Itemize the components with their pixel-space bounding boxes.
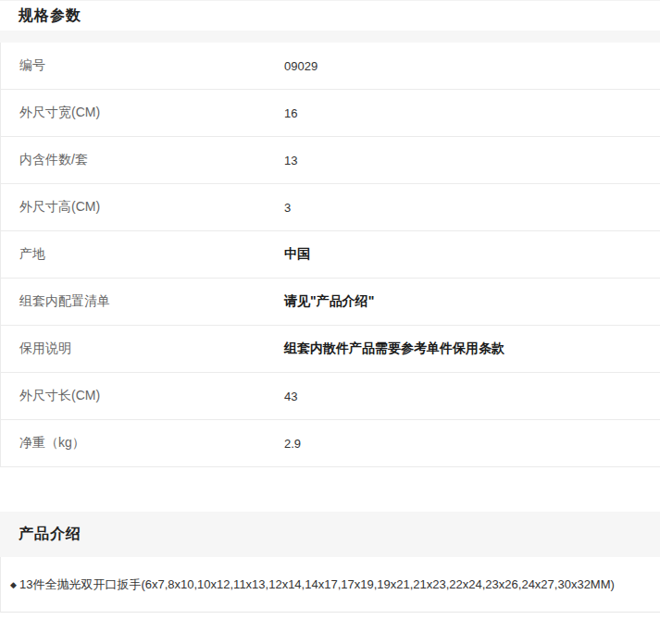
spec-row: 组套内配置清单请见"产品介绍" bbox=[1, 279, 660, 326]
spec-row-label: 产地 bbox=[19, 246, 45, 263]
spec-row-value: 43 bbox=[284, 390, 297, 403]
intro-section: 产品介绍 ◆13件全抛光双开口扳手(6x7,8x10,10x12,11x13,1… bbox=[0, 512, 660, 613]
spec-row-value: 组套内散件产品需要参考单件保用条款 bbox=[284, 341, 504, 357]
spec-row-label: 外尺寸高(CM) bbox=[19, 199, 100, 216]
spec-row-value: 请见"产品介绍" bbox=[284, 293, 374, 310]
spec-row-label: 保用说明 bbox=[19, 341, 71, 357]
spec-row-label: 外尺寸长(CM) bbox=[19, 388, 100, 404]
spec-row: 外尺寸长(CM)43 bbox=[1, 373, 660, 420]
spec-row-value: 16 bbox=[284, 106, 297, 120]
intro-description: 13件全抛光双开口扳手(6x7,8x10,10x12,11x13,12x14,1… bbox=[19, 577, 615, 591]
spec-row: 产地中国 bbox=[1, 231, 660, 279]
spec-row: 编号09029 bbox=[1, 43, 660, 90]
spec-row-value: 3 bbox=[284, 201, 291, 215]
intro-section-header: 产品介绍 bbox=[0, 512, 660, 557]
spec-row: 外尺寸高(CM)3 bbox=[1, 184, 660, 231]
spec-row-value: 2.9 bbox=[284, 437, 301, 451]
spec-row-value: 13 bbox=[284, 154, 297, 167]
spec-row-label: 外尺寸宽(CM) bbox=[19, 105, 100, 121]
spec-section-title: 规格参数 bbox=[19, 6, 81, 26]
spec-row: 内含件数/套13 bbox=[1, 137, 660, 184]
spec-row-label: 净重（kg） bbox=[19, 435, 85, 452]
spec-row: 净重（kg）2.9 bbox=[1, 420, 660, 467]
intro-body: ◆13件全抛光双开口扳手(6x7,8x10,10x12,11x13,12x14,… bbox=[0, 557, 660, 613]
product-detail-page: 规格参数 编号09029外尺寸宽(CM)16内含件数/套13外尺寸高(CM)3产… bbox=[0, 0, 660, 644]
spec-row-label: 组套内配置清单 bbox=[19, 293, 110, 310]
spec-row: 外尺寸宽(CM)16 bbox=[1, 90, 660, 137]
spec-row: 保用说明组套内散件产品需要参考单件保用条款 bbox=[1, 326, 660, 373]
spec-row-value: 09029 bbox=[284, 59, 318, 73]
diamond-bullet-icon: ◆ bbox=[10, 580, 17, 589]
spec-table: 编号09029外尺寸宽(CM)16内含件数/套13外尺寸高(CM)3产地中国组套… bbox=[0, 43, 660, 467]
spec-header-divider bbox=[0, 31, 660, 43]
spec-row-label: 内含件数/套 bbox=[19, 152, 88, 168]
spec-row-label: 编号 bbox=[19, 57, 45, 74]
spec-row-value: 中国 bbox=[284, 246, 310, 263]
section-gap bbox=[0, 467, 660, 512]
spec-section: 规格参数 编号09029外尺寸宽(CM)16内含件数/套13外尺寸高(CM)3产… bbox=[0, 0, 660, 467]
intro-section-title: 产品介绍 bbox=[19, 525, 81, 544]
spec-section-header: 规格参数 bbox=[0, 0, 660, 31]
